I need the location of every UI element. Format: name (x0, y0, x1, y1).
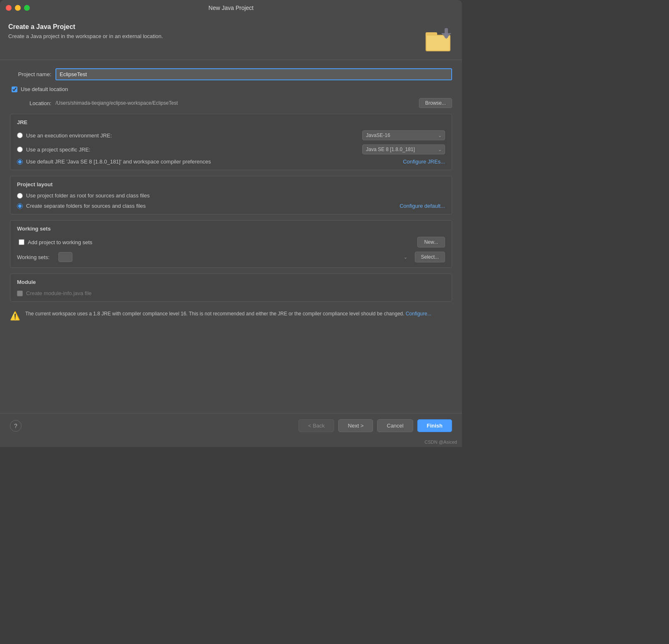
jre-option2-label: Use a project specific JRE: (26, 147, 359, 153)
titlebar: New Java Project (0, 0, 462, 16)
close-button[interactable] (6, 5, 12, 11)
use-default-location-row: Use default location (12, 86, 452, 92)
dialog-body: Create a Java Project Create a Java proj… (0, 16, 462, 447)
layout-option2-label: Create separate folders for sources and … (26, 203, 396, 209)
warning-icon: ⚠️ (10, 311, 20, 321)
configure-jres-link[interactable]: Configure JREs... (403, 159, 445, 165)
watermark: CSDN @Asiced (0, 438, 462, 447)
folder-svg (426, 27, 454, 52)
cancel-button[interactable]: Cancel (377, 419, 413, 432)
project-layout-section: Project layout Use project folder as roo… (10, 176, 452, 214)
new-working-set-button[interactable]: New... (417, 237, 445, 248)
use-default-checkbox[interactable] (12, 87, 17, 92)
layout-option1-row: Use project folder as root for sources a… (17, 192, 445, 199)
create-module-info-checkbox[interactable] (17, 291, 23, 296)
jre-section-title: JRE (17, 119, 445, 125)
footer-right: < Back Next > Cancel Finish (298, 419, 452, 432)
jre-option2-row: Use a project specific JRE: Java SE 8 [1… (17, 144, 445, 154)
minimize-button[interactable] (15, 5, 21, 11)
working-sets-select-row: Working sets: Select... (17, 252, 445, 262)
content-area: Project name: Use default location Locat… (0, 60, 462, 413)
jre-option2-dropdown[interactable]: Java SE 8 [1.8.0_181] (362, 144, 445, 154)
configure-default-link[interactable]: Configure default... (399, 203, 445, 209)
warning-text: The current workspace uses a 1.8 JRE wit… (25, 310, 431, 317)
project-name-row: Project name: (10, 68, 452, 80)
dialog-heading: Create a Java Project (8, 23, 163, 31)
select-working-set-button[interactable]: Select... (415, 252, 445, 262)
header-section: Create a Java Project Create a Java proj… (0, 16, 462, 60)
add-to-working-sets-row: Add project to working sets (19, 239, 92, 245)
add-to-working-sets-checkbox[interactable] (19, 239, 24, 245)
project-name-label: Project name: (10, 71, 51, 77)
folder-icon (425, 23, 454, 52)
footer-left: ? (10, 420, 22, 432)
back-button[interactable]: < Back (298, 419, 334, 432)
working-sets-section: Working sets Add project to working sets… (10, 220, 452, 268)
create-module-info-label: Create module-info.java file (26, 290, 91, 296)
layout-option1-radio[interactable] (17, 193, 23, 199)
layout-option2-radio-row: Create separate folders for sources and … (17, 203, 396, 209)
jre-option1-row: Use an execution environment JRE: JavaSE… (17, 130, 445, 140)
traffic-lights (6, 5, 30, 11)
module-section: Module Create module-info.java file (10, 274, 452, 302)
working-sets-title: Working sets (17, 226, 445, 232)
location-row: Location: /Users/shimada-tieqiang/eclips… (10, 98, 452, 108)
help-button[interactable]: ? (10, 420, 22, 432)
location-path: /Users/shimada-tieqiang/eclipse-workspac… (55, 100, 415, 106)
layout-option2-radio[interactable] (17, 203, 23, 209)
warning-message: The current workspace uses a 1.8 JRE wit… (25, 311, 404, 317)
jre-option3-radio-row: Use default JRE 'Java SE 8 [1.8.0_181]' … (17, 159, 399, 165)
module-section-title: Module (17, 279, 445, 285)
jre-option1-radio[interactable] (17, 132, 23, 138)
add-to-working-sets-label: Add project to working sets (28, 239, 92, 245)
working-sets-top: Add project to working sets New... (17, 237, 445, 248)
working-sets-dropdown-wrapper (58, 252, 411, 262)
configure-warning-link[interactable]: Configure... (406, 311, 431, 317)
layout-option1-label: Use project folder as root for sources a… (26, 192, 445, 199)
working-sets-content: Add project to working sets New... Worki… (17, 237, 445, 262)
layout-option2-row: Create separate folders for sources and … (17, 203, 445, 209)
jre-option2-radio[interactable] (17, 147, 23, 152)
dialog-subtext: Create a Java project in the workspace o… (8, 33, 163, 39)
working-sets-label: Working sets: (17, 254, 54, 260)
working-sets-dropdown[interactable] (58, 252, 72, 262)
jre-option2-dropdown-wrapper: Java SE 8 [1.8.0_181] (362, 144, 445, 154)
browse-button[interactable]: Browse... (419, 98, 452, 108)
maximize-button[interactable] (24, 5, 30, 11)
finish-button[interactable]: Finish (417, 419, 452, 432)
jre-option3-label: Use default JRE 'Java SE 8 [1.8.0_181]' … (26, 159, 399, 165)
jre-option1-label: Use an execution environment JRE: (26, 132, 359, 139)
footer: ? < Back Next > Cancel Finish (0, 413, 462, 438)
warning-section: ⚠️ The current workspace uses a 1.8 JRE … (10, 308, 452, 323)
jre-option1-dropdown[interactable]: JavaSE-16 (362, 130, 445, 140)
project-layout-title: Project layout (17, 181, 445, 187)
module-content: Create module-info.java file (17, 290, 445, 296)
next-button[interactable]: Next > (338, 419, 373, 432)
location-label: Location: (10, 100, 51, 106)
window-title: New Java Project (209, 5, 254, 11)
project-name-input[interactable] (55, 68, 452, 80)
jre-section: JRE Use an execution environment JRE: Ja… (10, 114, 452, 170)
jre-option1-dropdown-wrapper: JavaSE-16 (362, 130, 445, 140)
use-default-label: Use default location (21, 86, 68, 92)
jre-option3-radio[interactable] (17, 159, 23, 165)
jre-option3-row: Use default JRE 'Java SE 8 [1.8.0_181]' … (17, 159, 445, 165)
header-text: Create a Java Project Create a Java proj… (8, 23, 163, 39)
